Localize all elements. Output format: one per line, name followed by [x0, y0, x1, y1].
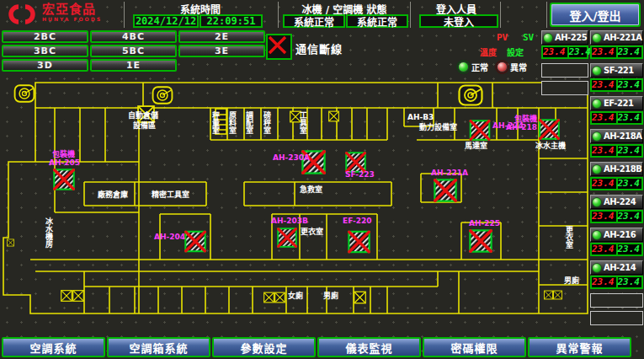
area-button-1e[interactable]: 1E — [90, 59, 177, 72]
brand-logo: 宏亞食品 HUNYA FOODS — [5, 2, 102, 27]
unit-name: AH-216 — [604, 230, 636, 239]
unit-button-ah-225[interactable]: AH-225 — [541, 30, 588, 45]
unit-card-ah-224: AH-22423.423.4 — [590, 195, 643, 223]
normal-label: 正常 — [471, 61, 488, 73]
unit-values: 23.423.4 — [590, 210, 643, 223]
ahu-offline-icon[interactable] — [54, 169, 73, 189]
pv-name-label: 溫度 — [480, 46, 497, 58]
nav-button-6[interactable]: 異常警報 — [528, 337, 631, 357]
unit-status-led-icon — [543, 33, 553, 43]
unit-name: AH-218A — [604, 131, 641, 141]
unit-pv-value: 23.4 — [592, 80, 618, 90]
plan-unit-label: 包裝機 — [51, 149, 75, 158]
plan-room-label: 廠務倉庫 — [98, 190, 128, 199]
empty-unit-slot — [541, 81, 588, 95]
unit-values: 23.423.4 — [590, 177, 643, 190]
stairs-icon — [153, 87, 173, 103]
area-buttons: 2BC4BC2E3BC5BC3E3D1E — [2, 30, 265, 72]
unit-card-sf-221: SF-22123.423.4 — [590, 63, 643, 92]
elevator-shaft-icon — [7, 239, 13, 246]
unit-sv-value: 23.4 — [618, 80, 642, 90]
elevator-shaft-icon — [545, 291, 553, 299]
area-button-3d[interactable]: 3D — [2, 59, 88, 72]
plan-room-label: 更衣室 — [565, 226, 574, 249]
unit-status-led-icon — [592, 263, 602, 273]
unit-card-ah-225: AH-22523.423.4 — [541, 30, 588, 59]
nav-button-2[interactable]: 空調箱系統 — [107, 337, 210, 357]
unit-sv-value: 23.4 — [569, 47, 593, 57]
plan-room-label: 磅秤室 — [263, 110, 271, 134]
area-button-2bc[interactable]: 2BC — [2, 30, 88, 43]
nav-button-4[interactable]: 儀表監視 — [317, 337, 421, 357]
hmi-screen: 宏亞食品 HUNYA FOODS 系統時間 2024/12/12 22:09:5… — [0, 0, 644, 359]
unit-name: EF-221 — [604, 99, 633, 108]
unit-button-ah-214[interactable]: AH-214 — [590, 260, 643, 275]
header-divider — [500, 2, 501, 28]
header-divider — [124, 2, 125, 28]
stairs-icon — [15, 85, 35, 101]
unit-status-led-icon — [592, 230, 602, 240]
ahu-offline-icon[interactable] — [470, 230, 491, 251]
unit-values: 23.423.4 — [590, 111, 643, 125]
area-button-3bc[interactable]: 3BC — [2, 45, 88, 57]
plan-unit-label: AH-203B — [271, 217, 308, 225]
area-button-5bc[interactable]: 5BC — [90, 45, 177, 57]
header-divider — [410, 2, 411, 28]
plan-unit-label: AH-225 — [469, 219, 500, 228]
nav-button-3[interactable]: 參數設定 — [212, 337, 316, 357]
unit-values: 23.423.4 — [541, 46, 588, 59]
unit-button-ef-221[interactable]: EF-221 — [590, 96, 643, 110]
empty-unit-slot — [590, 293, 643, 308]
ahu-offline-icon[interactable] — [434, 180, 455, 201]
plan-unit-label: AH-230A — [273, 153, 310, 162]
ahu-offline-icon[interactable] — [471, 121, 490, 140]
elevator-shaft-icon — [329, 111, 339, 121]
plan-room-label: 調配室 — [245, 110, 253, 134]
system-clock-value: 22:09:51 — [200, 14, 263, 28]
unit-sv-value: 23.4 — [618, 212, 642, 222]
legend-abnormal: 異常 — [497, 61, 527, 73]
sv-label: SV — [523, 32, 534, 43]
unit-name: AH-224 — [604, 197, 636, 206]
plan-room-label: 工具室 — [299, 111, 308, 134]
elevator-shaft-icon — [354, 292, 366, 303]
unit-values: 23.423.4 — [590, 276, 643, 289]
elevator-shaft-icon — [275, 292, 285, 303]
plan-room-label: 馬達室 — [464, 141, 487, 150]
ahu-offline-icon[interactable] — [540, 120, 559, 139]
ahu-offline-icon[interactable] — [185, 232, 205, 251]
unit-pv-value: 23.4 — [592, 47, 618, 57]
nav-button-5[interactable]: 密碼權限 — [423, 337, 526, 357]
unit-button-ah-221a[interactable]: AH-221A — [590, 30, 643, 45]
ahu-offline-icon[interactable] — [349, 232, 369, 252]
unit-button-ah-218a[interactable]: AH-218A — [590, 129, 643, 143]
plan-room-label: 自動倉儲 — [128, 110, 158, 120]
elevator-shaft-icon — [264, 292, 274, 303]
unit-pv-value: 23.4 — [592, 179, 618, 189]
comm-offline-label: 通信斷線 — [295, 40, 343, 56]
unit-sv-value: 23.4 — [618, 277, 642, 287]
plan-room-label: 更衣室 — [301, 227, 323, 236]
hunya-logo-icon — [5, 2, 39, 27]
unit-values: 23.423.4 — [590, 46, 643, 59]
plan-room-label: 冰水機房 — [45, 217, 54, 249]
area-button-4bc[interactable]: 4BC — [90, 30, 177, 43]
floor-plan: 包裝機AH-205AH-204AH-230ASF-223AH-203BEF-22… — [0, 74, 589, 335]
normal-led-icon — [458, 62, 469, 72]
unit-pv-value: 23.4 — [592, 113, 618, 123]
ahu-offline-icon[interactable] — [278, 228, 296, 247]
unit-button-ah-218b[interactable]: AH-218B — [590, 162, 643, 176]
ahu-offline-icon[interactable] — [346, 153, 365, 172]
unit-button-ah-224[interactable]: AH-224 — [590, 195, 643, 209]
nav-button-1[interactable]: 空調系統 — [2, 337, 105, 357]
unit-button-sf-221[interactable]: SF-221 — [590, 63, 643, 78]
area-button-3e[interactable]: 3E — [178, 45, 265, 57]
area-button-2e[interactable]: 2E — [178, 30, 265, 43]
system-date-value: 2024/12/12 — [133, 14, 199, 28]
unit-pv-value: 23.4 — [592, 244, 618, 255]
plan-unit-label: AH-204 — [154, 233, 185, 241]
unit-status-led-icon — [592, 33, 602, 43]
ac-status-value: 系統正常 — [346, 14, 408, 28]
unit-button-ah-216[interactable]: AH-216 — [590, 228, 643, 242]
login-logout-button[interactable]: 登入/登出 — [550, 3, 641, 27]
